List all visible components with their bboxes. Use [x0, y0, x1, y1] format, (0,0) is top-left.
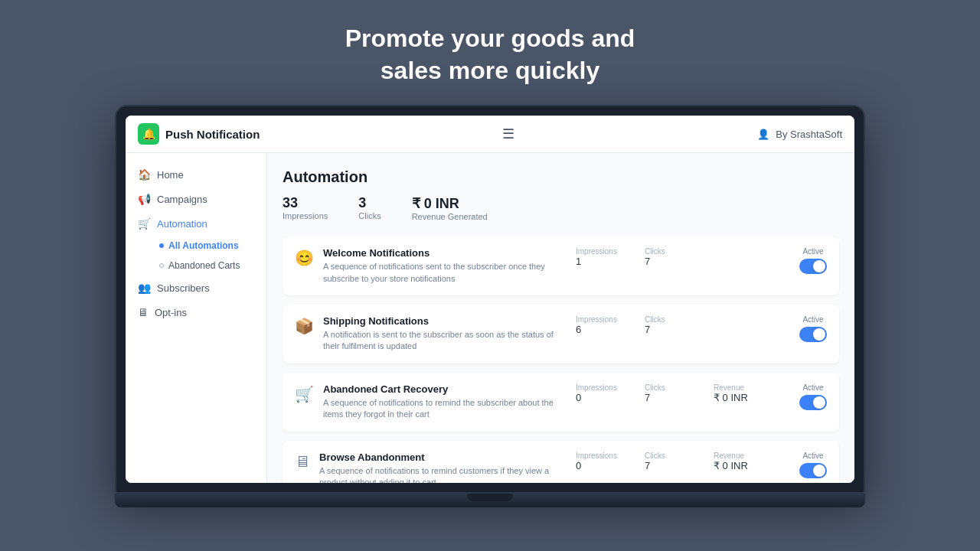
stat-clicks: 3 Clicks [358, 195, 381, 221]
stat-revenue: ₹ 0 INR Revenue Generated [412, 195, 488, 221]
welcome-impressions: Impressions 1 [576, 247, 622, 267]
browse-clicks: Clicks 7 [645, 452, 691, 471]
welcome-card-title: Welcome Notifications [323, 247, 567, 259]
app-logo: 🔔 Push Notification [138, 123, 260, 145]
stat-clicks-label: Clicks [358, 211, 381, 220]
abandoned-cart-card-body: Abandoned Cart Recovery A sequence of no… [323, 383, 567, 421]
hero-section: Promote your goods andsales more quickly [345, 0, 635, 105]
welcome-card-desc: A sequence of notifications sent to the … [323, 261, 567, 285]
campaigns-icon: 📢 [138, 193, 151, 205]
sidebar-label-campaigns: Campaigns [157, 194, 207, 205]
welcome-impressions-value: 1 [576, 256, 622, 267]
laptop-notch [467, 494, 513, 501]
automation-card-shipping: 📦 Shipping Notifications A notification … [283, 305, 839, 364]
shipping-impressions: Impressions 6 [576, 315, 622, 335]
page-title: Automation [283, 168, 839, 186]
abandoned-cart-revenue-label: Revenue [714, 383, 760, 392]
abandoned-cart-clicks-value: 7 [645, 392, 691, 403]
abandoned-cart-title: Abandoned Cart Recovery [323, 383, 567, 395]
automation-card-browse: 🖥 Browse Abandonment A sequence of notif… [283, 441, 839, 484]
welcome-impressions-label: Impressions [576, 247, 622, 256]
browse-revenue-value: ₹ 0 INR [714, 460, 760, 471]
welcome-clicks-label: Clicks [645, 247, 691, 256]
shipping-card-title: Shipping Notifications [323, 315, 567, 327]
welcome-active-label: Active [802, 247, 823, 256]
shipping-card-metrics: Impressions 6 Clicks 7 [576, 315, 790, 335]
sidebar-sub-abandoned-carts[interactable]: Abandoned Carts [153, 256, 266, 276]
shipping-toggle-group: Active [799, 315, 827, 342]
sidebar-item-subscribers[interactable]: 👥 Subscribers [126, 276, 266, 300]
automation-card-welcome: 😊 Welcome Notifications A sequence of no… [283, 236, 839, 295]
browse-clicks-value: 7 [645, 460, 691, 471]
laptop-screen: 🔔 Push Notification ☰ 👤 By SrashtaSoft 🏠… [115, 105, 865, 494]
browse-toggle[interactable] [799, 463, 827, 478]
by-label: By SrashtaSoft [776, 129, 842, 140]
abandoned-cart-impressions: Impressions 0 [576, 383, 622, 403]
browse-active-label: Active [802, 452, 823, 460]
logo-icon: 🔔 [138, 123, 159, 145]
browse-desc: A sequence of notifications to remind cu… [319, 465, 567, 484]
sidebar: 🏠 Home 📢 Campaigns 🛒 Automation [126, 153, 267, 483]
sidebar-item-campaigns[interactable]: 📢 Campaigns [126, 187, 266, 211]
welcome-card-body: Welcome Notifications A sequence of noti… [323, 247, 567, 285]
stats-row: 33 Impressions 3 Clicks ₹ 0 INR Revenue … [283, 195, 839, 221]
abandoned-cart-toggle[interactable] [799, 395, 827, 410]
shipping-active-label: Active [802, 315, 823, 324]
stat-impressions: 33 Impressions [283, 195, 328, 221]
logo-text: Push Notification [165, 128, 260, 141]
browse-title: Browse Abandonment [319, 452, 567, 463]
app-body: 🏠 Home 📢 Campaigns 🛒 Automation [126, 153, 854, 483]
welcome-card-metrics: Impressions 1 Clicks 7 [576, 247, 790, 267]
sidebar-label-subscribers: Subscribers [157, 282, 210, 294]
main-content: Automation 33 Impressions 3 Clicks ₹ 0 I… [267, 153, 854, 483]
automation-icon: 🛒 [138, 217, 151, 230]
opt-ins-icon: 🖥 [138, 306, 149, 318]
shipping-toggle[interactable] [799, 327, 827, 342]
browse-impressions-label: Impressions [576, 452, 622, 460]
sidebar-label-opt-ins: Opt-ins [155, 307, 187, 318]
welcome-clicks: Clicks 7 [645, 247, 691, 267]
sidebar-sub-all-automations[interactable]: All Automations [153, 236, 266, 256]
browse-impressions-value: 0 [576, 460, 622, 471]
home-icon: 🏠 [138, 168, 151, 181]
browse-revenue-label: Revenue [714, 452, 760, 460]
shipping-icon: 📦 [295, 317, 314, 335]
sidebar-item-home[interactable]: 🏠 Home [126, 162, 266, 187]
hamburger-icon[interactable]: ☰ [502, 126, 514, 142]
shipping-clicks: Clicks 7 [645, 315, 691, 335]
laptop-base [115, 494, 865, 507]
shipping-impressions-value: 6 [576, 324, 622, 335]
sidebar-item-opt-ins[interactable]: 🖥 Opt-ins [126, 300, 266, 324]
sidebar-label-automation: Automation [157, 218, 207, 230]
welcome-icon: 😊 [295, 249, 314, 267]
stat-revenue-value: ₹ 0 INR [412, 195, 488, 212]
inactive-dot [159, 263, 164, 268]
stat-revenue-label: Revenue Generated [412, 212, 488, 221]
browse-revenue: Revenue ₹ 0 INR [714, 452, 760, 471]
abandoned-cart-clicks: Clicks 7 [645, 383, 691, 403]
browse-impressions: Impressions 0 [576, 452, 622, 471]
hero-text: Promote your goods andsales more quickly [345, 0, 635, 105]
browse-icon: 🖥 [295, 453, 310, 471]
shipping-card-desc: A notification is sent to the subscriber… [323, 329, 567, 353]
sidebar-item-automation[interactable]: 🛒 Automation [126, 211, 266, 236]
stat-impressions-value: 33 [283, 195, 328, 211]
browse-card-body: Browse Abandonment A sequence of notific… [319, 452, 567, 484]
laptop-mockup: 🔔 Push Notification ☰ 👤 By SrashtaSoft 🏠… [115, 105, 865, 507]
abandoned-cart-impressions-value: 0 [576, 392, 622, 403]
browse-clicks-label: Clicks [645, 452, 691, 460]
screen-inner: 🔔 Push Notification ☰ 👤 By SrashtaSoft 🏠… [126, 116, 854, 483]
sidebar-sub-menu: All Automations Abandoned Carts [126, 236, 266, 276]
abandoned-cart-active-label: Active [802, 383, 823, 392]
active-dot [159, 243, 164, 248]
stat-clicks-value: 3 [358, 195, 381, 211]
subscribers-icon: 👥 [138, 282, 151, 294]
abandoned-cart-impressions-label: Impressions [576, 383, 622, 392]
shipping-card-body: Shipping Notifications A notification is… [323, 315, 567, 353]
abandoned-cart-desc: A sequence of notifications to remind th… [323, 397, 567, 421]
shipping-clicks-label: Clicks [645, 315, 691, 324]
abandoned-cart-icon: 🛒 [295, 385, 314, 403]
sidebar-label-abandoned-carts: Abandoned Carts [168, 260, 240, 271]
welcome-toggle[interactable] [799, 259, 827, 274]
app-header: 🔔 Push Notification ☰ 👤 By SrashtaSoft [126, 116, 854, 153]
